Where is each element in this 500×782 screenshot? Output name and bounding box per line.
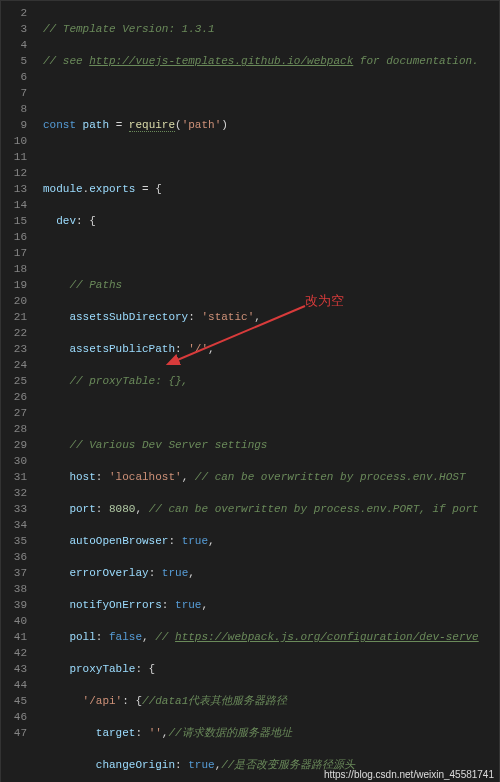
comment: // Template Version: 1.3.1: [43, 23, 215, 35]
code-editor: 2345678910111213141516171819202122232425…: [0, 0, 500, 782]
watermark: https://blog.csdn.net/weixin_45581741: [324, 769, 494, 780]
annotation-label: 改为空: [305, 293, 344, 309]
keyword-const: const: [43, 119, 76, 131]
code-content[interactable]: // Template Version: 1.3.1 // see http:/…: [35, 1, 499, 782]
comment: for documentation.: [353, 55, 478, 67]
webpack-link: https://webpack.js.org/configuration/dev…: [175, 631, 479, 643]
comment: // see: [43, 55, 89, 67]
line-number-gutter: 2345678910111213141516171819202122232425…: [1, 1, 35, 782]
doc-link: http://vuejs-templates.github.io/webpack: [89, 55, 353, 67]
